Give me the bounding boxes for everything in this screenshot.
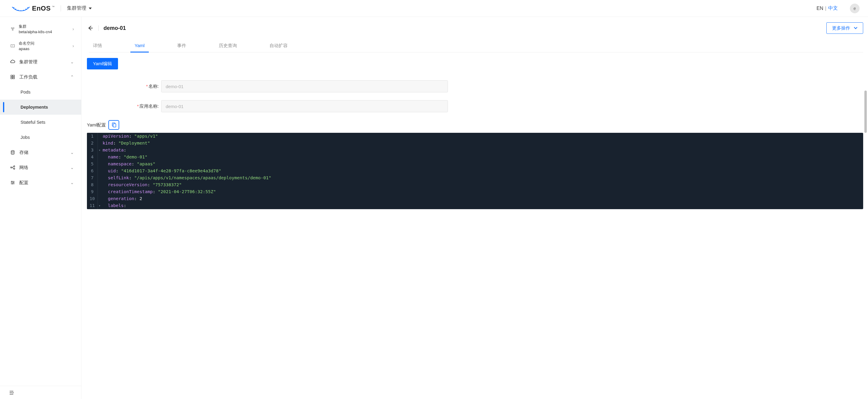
code-line[interactable]: 9 creationTimestamp: "2021-04-27T06:32:5… — [87, 188, 863, 195]
tab-自动扩容[interactable]: 自动扩容 — [265, 40, 292, 52]
yaml-code-editor[interactable]: 1apiVersion: "apps/v1"2kind: "Deployment… — [87, 133, 863, 209]
chevron-down-icon: ⌄ — [70, 59, 74, 64]
code-line[interactable]: 2kind: "Deployment" — [87, 140, 863, 147]
code-line[interactable]: 11▾ labels: — [87, 202, 863, 209]
tab-Yaml[interactable]: Yaml — [130, 40, 149, 53]
topbar: EnOS ™ 集群管理 EN | 中文 e — [0, 0, 868, 17]
chevron-down-icon: ⌄ — [70, 150, 74, 155]
svg-point-0 — [13, 7, 14, 8]
sidebar-menu-集群管理[interactable]: 集群管理⌄ — [0, 54, 81, 69]
tab-事件[interactable]: 事件 — [173, 40, 190, 52]
app-name-label: *应用名称: — [87, 103, 161, 109]
fold-toggle — [98, 154, 101, 160]
svg-point-18 — [13, 166, 15, 167]
fold-toggle — [98, 160, 101, 167]
page-title: demo-01 — [103, 25, 826, 31]
fold-toggle — [98, 175, 101, 181]
svg-point-3 — [21, 10, 22, 11]
divider — [98, 25, 99, 31]
code-line[interactable]: 5 namespace: "apaas" — [87, 160, 863, 167]
lang-zh[interactable]: 中文 — [828, 5, 838, 11]
sidebar-item-stateful-sets[interactable]: Stateful Sets — [0, 115, 81, 130]
svg-point-20 — [11, 181, 12, 182]
svg-point-1 — [16, 8, 16, 9]
copy-icon — [112, 123, 116, 127]
code-line[interactable]: 1apiVersion: "apps/v1" — [87, 133, 863, 140]
code-line[interactable]: 10 generation: 2 — [87, 195, 863, 202]
logo-trademark: ™ — [52, 5, 55, 8]
divider — [61, 5, 61, 11]
logo-swoosh-icon — [11, 4, 30, 12]
svg-point-9 — [12, 29, 13, 30]
logo[interactable]: EnOS ™ — [11, 4, 55, 12]
chevron-down-icon — [854, 27, 858, 29]
sidebar-menu-存储[interactable]: 存储⌄ — [0, 145, 81, 160]
language-switcher[interactable]: EN | 中文 — [817, 5, 838, 11]
sidebar-item-pods[interactable]: Pods — [0, 85, 81, 100]
more-actions-button[interactable]: 更多操作 — [826, 22, 863, 34]
fold-toggle — [98, 181, 101, 188]
sidebar-info-0[interactable]: 集群beta/alpha-k8s-cn4› — [0, 21, 81, 37]
chevron-down-icon: ⌄ — [70, 180, 74, 185]
sidebar-item-deployments[interactable]: Deployments — [0, 100, 81, 115]
svg-point-16 — [11, 151, 14, 152]
sidebar-item-jobs[interactable]: Jobs — [0, 130, 81, 145]
svg-point-22 — [12, 184, 13, 184]
code-line[interactable]: 7 selfLink: "/apis/apps/v1/namespaces/ap… — [87, 175, 863, 181]
tab-详情[interactable]: 详情 — [89, 40, 106, 52]
fold-toggle — [98, 188, 101, 195]
top-dropdown-label: 集群管理 — [67, 5, 86, 11]
svg-point-6 — [28, 7, 28, 8]
chevron-down-icon: ⌄ — [70, 165, 74, 170]
lang-en[interactable]: EN — [817, 6, 823, 11]
svg-point-17 — [10, 167, 12, 168]
yaml-edit-button[interactable]: Yaml编辑 — [87, 58, 118, 69]
fold-toggle[interactable]: ▾ — [98, 147, 101, 154]
collapse-icon — [9, 390, 14, 395]
copy-button[interactable] — [108, 120, 119, 130]
top-cluster-dropdown[interactable]: 集群管理 — [67, 5, 92, 11]
user-avatar[interactable]: e — [850, 4, 860, 13]
fold-toggle — [98, 195, 101, 202]
tab-历史查询[interactable]: 历史查询 — [215, 40, 241, 52]
name-label: *名称: — [87, 84, 161, 89]
svg-rect-24 — [113, 124, 116, 127]
svg-rect-15 — [13, 77, 14, 79]
fold-toggle — [98, 167, 101, 175]
scrollbar-thumb[interactable] — [864, 91, 867, 133]
svg-point-21 — [13, 182, 14, 183]
sidebar-menu-工作负载[interactable]: 工作负载⌃ — [0, 69, 81, 85]
code-line[interactable]: 3▾metadata: — [87, 147, 863, 154]
code-line[interactable]: 8 resourceVersion: "757338372" — [87, 181, 863, 188]
svg-rect-13 — [13, 75, 14, 76]
tabs: 详情Yaml事件历史查询自动扩容 — [89, 40, 863, 53]
sidebar-menu-配置[interactable]: 配置⌄ — [0, 175, 81, 190]
svg-point-19 — [13, 168, 15, 169]
code-line[interactable]: 6 uid: "416d1017-3a4f-4e28-97fa-c8ee9e4a… — [87, 167, 863, 175]
sidebar: 集群beta/alpha-k8s-cn4›命名空间apaas›集群管理⌄工作负载… — [0, 17, 82, 399]
yaml-config-label: Yaml配置 — [87, 122, 106, 128]
name-input[interactable] — [161, 80, 448, 92]
svg-point-11 — [12, 45, 13, 46]
chevron-right-icon: › — [72, 27, 74, 31]
sidebar-collapse[interactable] — [0, 386, 81, 399]
caret-down-icon — [89, 7, 92, 9]
more-actions-label: 更多操作 — [832, 25, 850, 31]
app-name-input[interactable] — [161, 100, 448, 112]
back-button[interactable] — [87, 25, 94, 31]
svg-point-2 — [18, 10, 19, 10]
fold-toggle — [98, 140, 101, 147]
svg-point-5 — [26, 8, 27, 9]
lang-separator: | — [825, 6, 826, 11]
code-line[interactable]: 4 name: "demo-01" — [87, 154, 863, 160]
chevron-up-icon: ⌃ — [70, 74, 74, 80]
svg-rect-14 — [11, 77, 12, 79]
chevron-right-icon: › — [72, 43, 74, 48]
logo-text: EnOS — [32, 4, 51, 12]
main-content: demo-01 更多操作 详情Yaml事件历史查询自动扩容 Yaml编辑 *名称… — [82, 17, 868, 399]
sidebar-info-1[interactable]: 命名空间apaas› — [0, 37, 81, 54]
fold-toggle — [98, 133, 101, 140]
arrow-left-icon — [88, 25, 93, 31]
sidebar-menu-网络[interactable]: 网络⌄ — [0, 160, 81, 175]
fold-toggle[interactable]: ▾ — [98, 202, 101, 209]
